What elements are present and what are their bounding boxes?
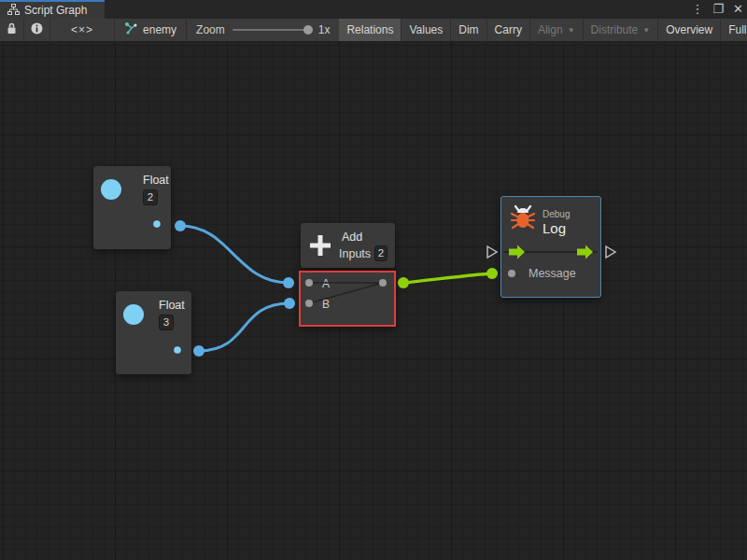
tab-bar: Script Graph ⋮ ❐ ✕: [0, 0, 747, 19]
graph-icon: [124, 21, 137, 38]
toolbar: <×> enemy Zoom: [0, 19, 747, 42]
float-node-1[interactable]: Float 2: [93, 166, 171, 249]
zoom-label: Zoom: [196, 23, 225, 36]
wire-endpoint[interactable]: [175, 220, 186, 231]
code-view-button[interactable]: <×>: [50, 19, 114, 41]
float-node-2[interactable]: Float 3: [116, 291, 191, 374]
lock-icon: [7, 22, 17, 37]
zoom-control: Zoom 1x: [187, 19, 339, 41]
wire-endpoint[interactable]: [398, 277, 409, 288]
wire-float2-to-add-b[interactable]: [199, 303, 289, 351]
wire-endpoint[interactable]: [283, 277, 294, 288]
values-button[interactable]: Values: [402, 19, 450, 41]
toolbar-left-group: <×>: [0, 19, 115, 41]
zoom-slider[interactable]: [233, 29, 311, 31]
distribute-button[interactable]: Distribute ▼: [584, 19, 658, 41]
add-node-ports[interactable]: A B: [299, 271, 396, 327]
zoom-value: 1x: [318, 23, 331, 36]
debug-log-node[interactable]: Debug Log Message: [500, 196, 601, 298]
graph-breadcrumb[interactable]: enemy: [115, 19, 186, 41]
toolbar-right-group: Relations Values Dim Carry Align ▼ Distr…: [339, 19, 747, 41]
align-button[interactable]: Align ▼: [530, 19, 583, 41]
message-port-label: Message: [529, 267, 576, 280]
tab-label: Script Graph: [24, 4, 87, 17]
toolbar-middle-group: enemy Zoom 1x: [115, 19, 339, 41]
graph-canvas[interactable]: Float 2 Float 3 Add Inputs 2 A B: [0, 42, 747, 560]
tab-script-graph[interactable]: Script Graph: [0, 0, 105, 19]
bug-icon: [511, 204, 535, 234]
wire-add-to-debug-message[interactable]: [403, 273, 492, 283]
info-button[interactable]: [24, 19, 49, 41]
relations-button[interactable]: Relations: [339, 19, 401, 41]
script-graph-icon: [7, 2, 20, 19]
add-node[interactable]: Add Inputs 2: [301, 223, 395, 268]
float-type-icon: [101, 179, 121, 200]
plus-icon: [308, 233, 332, 261]
port-b-label: B: [322, 298, 330, 311]
kebab-menu-icon[interactable]: ⋮: [691, 0, 703, 19]
script-graph-window: Script Graph ⋮ ❐ ✕: [0, 0, 747, 560]
flow-in-triangle-icon[interactable]: [487, 246, 497, 258]
float-type-icon: [123, 304, 144, 325]
chevron-down-icon: ▼: [642, 26, 650, 35]
graph-name: enemy: [143, 23, 176, 36]
float-value-field[interactable]: 3: [159, 315, 174, 330]
info-icon: [31, 22, 43, 37]
dim-button[interactable]: Dim: [451, 19, 486, 41]
node-category: Debug: [543, 209, 570, 219]
zoom-slider-handle[interactable]: [303, 25, 313, 35]
inputs-count-field[interactable]: 2: [374, 245, 388, 261]
wire-endpoint[interactable]: [486, 268, 498, 279]
overview-button[interactable]: Overview: [658, 19, 720, 41]
flow-out-triangle-icon[interactable]: [606, 246, 615, 258]
node-title: Float: [159, 299, 185, 312]
node-title: Log: [543, 220, 566, 236]
node-title: Float: [143, 174, 169, 187]
wire-endpoint[interactable]: [284, 298, 295, 309]
carry-button[interactable]: Carry: [487, 19, 529, 41]
node-title: Add: [342, 231, 362, 244]
chevron-down-icon: ▼: [568, 26, 575, 35]
maximize-icon[interactable]: ❐: [712, 0, 724, 19]
close-icon[interactable]: ✕: [733, 0, 743, 19]
lock-button[interactable]: [0, 19, 23, 41]
wire-float1-to-add-a[interactable]: [180, 226, 289, 283]
port-a-label: A: [322, 277, 330, 290]
code-icon: <×>: [71, 23, 93, 36]
float-value-field[interactable]: 2: [143, 189, 158, 205]
inputs-label: Inputs: [339, 247, 371, 260]
wire-endpoint[interactable]: [193, 345, 204, 357]
full-screen-button[interactable]: Full Screen: [721, 19, 747, 41]
window-controls: ⋮ ❐ ✕: [691, 0, 743, 19]
